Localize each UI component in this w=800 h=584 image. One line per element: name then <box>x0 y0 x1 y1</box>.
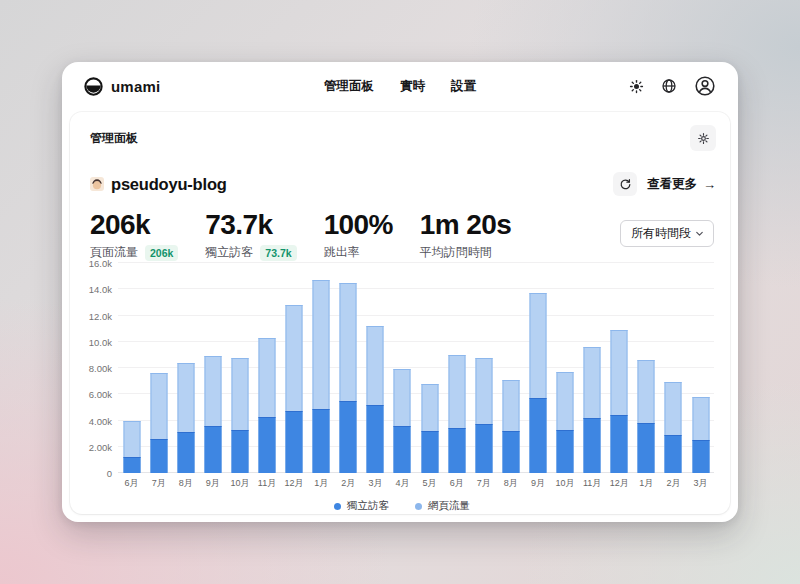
x-axis-tick: 11月 <box>583 477 601 490</box>
visitors-bar <box>475 424 492 473</box>
visitors-bar <box>638 423 655 473</box>
chart-bar[interactable]: 6月 <box>118 263 145 473</box>
visitors-bar <box>421 431 438 473</box>
x-axis-tick: 10月 <box>556 477 575 490</box>
x-axis-tick: 3月 <box>368 477 382 490</box>
y-axis-tick: 4.00k <box>89 415 112 426</box>
arrow-right-icon: → <box>703 177 716 192</box>
visitors-bar <box>259 417 276 473</box>
visitors-bar <box>394 426 411 473</box>
y-axis-tick: 6.00k <box>89 389 112 400</box>
visitors-bar <box>692 440 709 473</box>
nav-item-realtime[interactable]: 實時 <box>400 78 425 95</box>
breadcrumb: 管理面板 <box>90 130 138 147</box>
metric-label: 平均訪問時間 <box>420 244 492 261</box>
chart-bar[interactable]: 6月 <box>443 263 470 473</box>
y-axis-tick: 10.0k <box>89 336 112 347</box>
chart-bar[interactable]: 11月 <box>579 263 606 473</box>
chevron-down-icon <box>694 228 705 239</box>
metric-value: 1m 20s <box>420 210 511 239</box>
x-axis-tick: 8月 <box>504 477 518 490</box>
x-axis-tick: 8月 <box>179 477 193 490</box>
chart-bar[interactable]: 7月 <box>145 263 172 473</box>
chart-bar[interactable]: 12月 <box>606 263 633 473</box>
visitors-bar <box>448 428 465 473</box>
date-range-value: 所有時間段 <box>631 225 691 242</box>
visitors-bar <box>177 432 194 473</box>
x-axis-tick: 6月 <box>125 477 139 490</box>
legend-label: 獨立訪客 <box>347 499 389 513</box>
chart-bar[interactable]: 10月 <box>552 263 579 473</box>
visitors-bar <box>502 431 519 473</box>
chart-plot-area: 02.00k4.00k6.00k8.00k10.0k12.0k14.0k16.0… <box>118 263 714 473</box>
dashboard-settings-button[interactable] <box>690 125 716 151</box>
chart-bar[interactable]: 10月 <box>226 263 253 473</box>
chart-legend: 獨立訪客網頁流量 <box>90 499 714 513</box>
legend-item[interactable]: 獨立訪客 <box>334 499 389 513</box>
chart-bar[interactable]: 2月 <box>660 263 687 473</box>
umami-logo-icon <box>84 77 103 96</box>
x-axis-tick: 12月 <box>285 477 304 490</box>
chart-bar[interactable]: 9月 <box>199 263 226 473</box>
visitors-bar <box>529 398 546 473</box>
chart-bar[interactable]: 3月 <box>362 263 389 473</box>
brand-name: umami <box>111 78 160 95</box>
x-axis-tick: 7月 <box>152 477 166 490</box>
visitors-bar <box>286 411 303 473</box>
gear-icon <box>697 132 710 145</box>
chart-bar[interactable]: 2月 <box>335 263 362 473</box>
x-axis-tick: 11月 <box>258 477 276 490</box>
chart-bar[interactable]: 9月 <box>524 263 551 473</box>
site-name: pseudoyu-blog <box>111 175 227 194</box>
x-axis-tick: 12月 <box>610 477 629 490</box>
metric-value: 73.7k <box>205 210 296 239</box>
visitors-bar <box>611 415 628 473</box>
legend-item[interactable]: 網頁流量 <box>415 499 470 513</box>
x-axis-tick: 2月 <box>666 477 680 490</box>
visitors-bar <box>340 401 357 473</box>
nav-item-dashboard[interactable]: 管理面板 <box>324 78 374 95</box>
chart-bar[interactable]: 5月 <box>416 263 443 473</box>
y-axis-tick: 16.0k <box>89 258 112 269</box>
x-axis-tick: 6月 <box>450 477 464 490</box>
language-globe-icon[interactable] <box>661 78 677 94</box>
chart-bar[interactable]: 4月 <box>389 263 416 473</box>
visitors-bar <box>584 418 601 473</box>
x-axis-tick: 4月 <box>395 477 409 490</box>
visitors-bar <box>313 409 330 473</box>
metric-value: 100% <box>324 210 393 239</box>
site-header-row: pseudoyu-blog 查看更多 → <box>90 172 716 196</box>
visitors-bar <box>557 430 574 473</box>
site-identity: pseudoyu-blog <box>90 175 227 194</box>
x-axis-tick: 9月 <box>206 477 220 490</box>
dashboard-panel: 管理面板 <box>70 112 730 514</box>
legend-dot-icon <box>415 503 422 510</box>
view-more-label: 查看更多 <box>647 176 697 193</box>
chart-bar[interactable]: 7月 <box>470 263 497 473</box>
chart-bar[interactable]: 8月 <box>497 263 524 473</box>
nav-item-settings[interactable]: 設置 <box>451 78 476 95</box>
brand[interactable]: umami <box>84 77 160 96</box>
chart-bar[interactable]: 11月 <box>253 263 280 473</box>
x-axis-tick: 5月 <box>423 477 437 490</box>
y-axis-tick: 0 <box>107 468 112 479</box>
metric-label: 跳出率 <box>324 244 360 261</box>
visitors-bar <box>665 435 682 473</box>
chart-bar[interactable]: 8月 <box>172 263 199 473</box>
theme-toggle-sun-icon[interactable] <box>629 79 644 94</box>
visitors-bar <box>367 405 384 473</box>
metric-change-badge: 206k <box>145 245 178 261</box>
chart-bar[interactable]: 12月 <box>281 263 308 473</box>
site-favicon <box>90 177 104 191</box>
date-range-dropdown[interactable]: 所有時間段 <box>620 220 714 247</box>
x-axis-tick: 1月 <box>314 477 328 490</box>
profile-avatar-icon[interactable] <box>694 75 716 97</box>
header-icons <box>629 75 716 97</box>
chart-bar[interactable]: 1月 <box>308 263 335 473</box>
view-more-link[interactable]: 查看更多 → <box>647 176 716 193</box>
chart-bar[interactable]: 1月 <box>633 263 660 473</box>
y-axis-tick: 12.0k <box>89 310 112 321</box>
refresh-button[interactable] <box>613 172 637 196</box>
metric-label: 獨立訪客 <box>205 244 253 261</box>
chart-bar[interactable]: 3月 <box>687 263 714 473</box>
